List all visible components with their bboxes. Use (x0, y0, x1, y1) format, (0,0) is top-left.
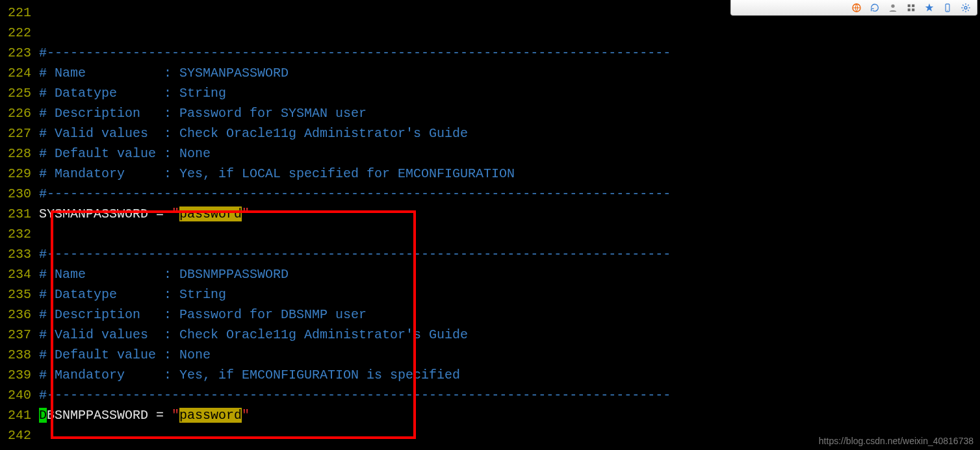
line-content: # Description : Password for DBSNMP user (39, 307, 367, 322)
line-content: # Valid values : Check Oracle11g Adminis… (39, 126, 468, 141)
code-span: ----------------------------------------… (47, 247, 671, 262)
code-span: # Mandatory : Yes, if LOCAL specified fo… (39, 166, 515, 181)
line-content: # Name : SYSMANPASSWORD (39, 66, 289, 81)
code-line[interactable]: 236# Description : Password for DBSNMP u… (0, 305, 980, 325)
code-line[interactable]: 227# Valid values : Check Oracle11g Admi… (0, 123, 980, 144)
line-content: # Valid values : Check Oracle11g Adminis… (39, 327, 468, 342)
code-line[interactable]: 222 (0, 23, 980, 43)
svg-point-1 (891, 4, 894, 7)
line-number: 221 (0, 5, 39, 20)
code-span: # (39, 186, 47, 201)
line-content: #---------------------------------------… (39, 186, 671, 201)
code-span: # Description : Password for DBSNMP user (39, 307, 367, 322)
code-line[interactable]: 238# Default value : None (0, 345, 980, 365)
code-editor[interactable]: 221222223#------------------------------… (0, 0, 980, 448)
star-icon[interactable] (923, 2, 935, 14)
code-line[interactable]: 225# Datatype : String (0, 83, 980, 103)
svg-rect-5 (912, 8, 914, 11)
code-line[interactable]: 232 (0, 224, 980, 244)
code-line[interactable]: 228# Default value : None (0, 144, 980, 164)
line-number: 222 (0, 25, 39, 40)
browser-icon[interactable] (851, 2, 862, 14)
code-span: # Default value : None (39, 146, 211, 161)
code-span: BSNMPPASSWORD = (47, 408, 172, 423)
line-content: # Default value : None (39, 347, 211, 362)
line-content: # Mandatory : Yes, if LOCAL specified fo… (39, 166, 515, 181)
code-span: " (242, 206, 250, 221)
line-number: 240 (0, 388, 39, 403)
code-span: # Name : DBSNMPPASSWORD (39, 267, 289, 282)
code-span: # Description : Password for SYSMAN user (39, 106, 367, 121)
code-span: " (172, 408, 179, 423)
code-span: # Mandatory : Yes, if EMCONFIGURATION is… (39, 368, 460, 382)
svg-rect-4 (908, 8, 910, 11)
line-content: #---------------------------------------… (39, 388, 671, 403)
line-number: 235 (0, 287, 39, 302)
line-content: # Datatype : String (39, 86, 226, 101)
svg-rect-3 (912, 4, 914, 6)
code-line[interactable]: 239# Mandatory : Yes, if EMCONFIGURATION… (0, 365, 980, 385)
svg-point-8 (964, 6, 967, 9)
code-line[interactable]: 229# Mandatory : Yes, if LOCAL specified… (0, 164, 980, 184)
line-content: # Datatype : String (39, 287, 226, 302)
code-span: # (39, 45, 47, 60)
code-line[interactable]: 235# Datatype : String (0, 284, 980, 305)
line-content: # Mandatory : Yes, if EMCONFIGURATION is… (39, 368, 460, 382)
code-line[interactable]: 231SYSMANPASSWORD = "password" (0, 204, 980, 224)
svg-rect-2 (908, 4, 910, 6)
svg-point-7 (947, 10, 948, 10)
code-span: SYSMANPASSWORD = (39, 206, 172, 221)
code-span: # (39, 247, 47, 262)
line-number: 233 (0, 247, 39, 262)
code-span: " (172, 206, 179, 221)
code-span: # Datatype : String (39, 86, 226, 101)
code-span: # Valid values : Check Oracle11g Adminis… (39, 126, 468, 141)
gear-icon[interactable] (960, 2, 972, 14)
code-line[interactable]: 226# Description : Password for SYSMAN u… (0, 103, 980, 123)
watermark-text: https://blog.csdn.net/weixin_40816738 (819, 436, 974, 446)
line-number: 237 (0, 327, 39, 342)
line-number: 226 (0, 106, 39, 121)
code-span: # Datatype : String (39, 287, 226, 302)
refresh-icon[interactable] (869, 2, 881, 14)
line-number: 227 (0, 126, 39, 141)
line-number: 236 (0, 307, 39, 322)
line-number: 242 (0, 428, 39, 443)
line-number: 234 (0, 267, 39, 282)
line-number: 224 (0, 66, 39, 81)
line-number: 231 (0, 206, 39, 221)
line-number: 230 (0, 186, 39, 201)
browser-toolbar-strip (730, 0, 977, 16)
search-highlight: password (179, 206, 242, 221)
code-span: # Default value : None (39, 347, 211, 362)
line-content: SYSMANPASSWORD = "password" (39, 206, 250, 221)
phone-icon[interactable] (942, 2, 953, 14)
code-span: ----------------------------------------… (47, 186, 671, 201)
code-span: # (39, 388, 47, 403)
code-line[interactable]: 233#------------------------------------… (0, 244, 980, 264)
line-content: # Description : Password for SYSMAN user (39, 106, 367, 121)
cursor-char: D (39, 408, 47, 423)
code-span: # Name : SYSMANPASSWORD (39, 66, 289, 81)
line-content: # Default value : None (39, 146, 211, 161)
grid-icon[interactable] (905, 2, 917, 14)
line-number: 225 (0, 86, 39, 101)
person-icon[interactable] (887, 2, 899, 14)
code-span: ----------------------------------------… (47, 45, 671, 60)
code-line[interactable]: 237# Valid values : Check Oracle11g Admi… (0, 325, 980, 345)
line-number: 239 (0, 368, 39, 382)
code-line[interactable]: 230#------------------------------------… (0, 184, 980, 204)
line-content: DBSNMPPASSWORD = "password" (39, 408, 250, 423)
line-number: 223 (0, 45, 39, 60)
code-line[interactable]: 234# Name : DBSNMPPASSWORD (0, 264, 980, 284)
line-number: 228 (0, 146, 39, 161)
code-span: # Valid values : Check Oracle11g Adminis… (39, 327, 468, 342)
code-span: " (242, 408, 250, 423)
line-number: 241 (0, 408, 39, 423)
code-line[interactable]: 224# Name : SYSMANPASSWORD (0, 63, 980, 83)
code-line[interactable]: 223#------------------------------------… (0, 43, 980, 63)
line-number: 238 (0, 347, 39, 362)
code-line[interactable]: 240#------------------------------------… (0, 385, 980, 405)
code-line[interactable]: 241DBSNMPPASSWORD = "password" (0, 405, 980, 425)
line-content: #---------------------------------------… (39, 45, 671, 60)
